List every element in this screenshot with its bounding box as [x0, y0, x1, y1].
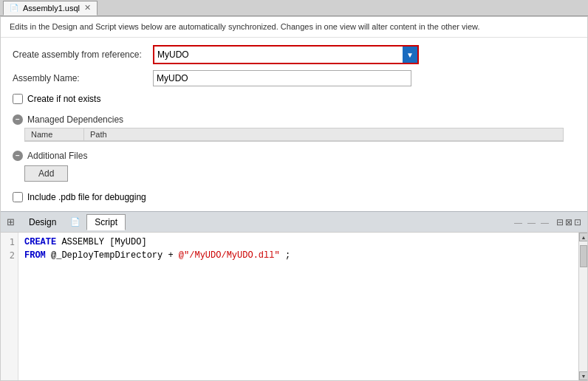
assembly-tab[interactable]: 📄 Assembly1.usql ✕ — [3, 1, 98, 16]
tab-bar: 📄 Assembly1.usql ✕ — [0, 0, 588, 16]
additional-files-section: − Additional Files Add — [13, 148, 575, 182]
add-button[interactable]: Add — [24, 165, 68, 182]
bottom-toolbar: ⊞ Design 📄 Script — — — ⊟ ⊠ ⊡ — [1, 211, 587, 232]
tab-label: Assembly1.usql — [23, 4, 80, 13]
managed-deps-header: − Managed Dependencies — [13, 114, 575, 125]
design-tab-label: Design — [29, 217, 56, 227]
deploy-var: @_DeployTempDirectory + — [51, 250, 179, 261]
additional-files-header: − Additional Files — [13, 151, 575, 161]
create-if-not-exists-checkbox[interactable] — [13, 94, 23, 104]
scroll-indicator: — — — — [514, 218, 550, 227]
keyword-assembly: ASSEMBLY — [61, 237, 109, 247]
toolbar-icons-group: ⊟ ⊠ ⊡ — [556, 217, 581, 227]
semicolon: ; — [285, 250, 290, 261]
assembly-ident: MyUDO — [114, 237, 141, 247]
toolbar-icon-1[interactable]: ⊟ — [556, 217, 564, 227]
scrollbar-track — [579, 241, 587, 371]
code-line-1: CREATE ASSEMBLY [MyUDO] — [24, 236, 572, 249]
table-header-row: Name Path — [25, 128, 563, 141]
toolbar-icon-2[interactable]: ⊠ — [565, 217, 572, 227]
include-pdb-label: Include .pdb file for debugging — [27, 192, 146, 202]
keyword-create: CREATE — [24, 237, 56, 247]
main-content: Edits in the Design and Script views bel… — [0, 16, 588, 381]
line-number-2: 2 — [1, 249, 18, 262]
managed-deps-section: − Managed Dependencies Name Path — [13, 111, 575, 142]
tab-file-icon: 📄 — [10, 4, 18, 12]
assembly-name-label: Assembly Name: — [13, 73, 146, 83]
create-assembly-label: Create assembly from reference: — [13, 49, 146, 60]
script-tab-label: Script — [95, 217, 117, 227]
create-if-not-exists-label: Create if not exists — [27, 94, 100, 104]
dropdown-arrow-button[interactable]: ▼ — [403, 47, 417, 63]
scrollbar-handle[interactable] — [580, 245, 587, 267]
tab-script[interactable]: Script — [86, 214, 126, 230]
keyword-from: FROM — [24, 250, 46, 261]
tab-script-icon: 📄 — [70, 217, 81, 227]
managed-deps-collapse-icon[interactable]: − — [13, 114, 23, 125]
col-name-header: Name — [25, 128, 84, 140]
design-icon: ⊞ — [7, 216, 15, 227]
assembly-name-row: Assembly Name: — [13, 70, 575, 86]
scrollbar-down-btn[interactable]: ▼ — [579, 371, 587, 380]
code-lines[interactable]: CREATE ASSEMBLY [MyUDO] FROM @_DeployTem… — [18, 233, 578, 380]
create-assembly-row: Create assembly from reference: ▼ — [13, 45, 575, 64]
toolbar-icon-3[interactable]: ⊡ — [574, 217, 581, 227]
create-assembly-input[interactable] — [154, 47, 403, 63]
dropdown-wrapper: ▼ — [153, 45, 419, 64]
managed-deps-label: Managed Dependencies — [27, 114, 123, 125]
tab-design[interactable]: Design — [21, 214, 64, 230]
line-numbers: 1 2 — [1, 233, 18, 380]
col-path-header: Path — [84, 128, 232, 140]
form-area: Create assembly from reference: ▼ Assemb… — [1, 38, 587, 211]
include-pdb-checkbox[interactable] — [13, 192, 23, 202]
create-if-not-exists-row: Create if not exists — [13, 92, 575, 106]
line-number-1: 1 — [1, 236, 18, 249]
managed-deps-table: Name Path — [24, 128, 564, 142]
path-string: @"/MyUDO/MyUDO.dll" — [179, 250, 280, 261]
additional-files-label: Additional Files — [27, 151, 87, 161]
code-line-2: FROM @_DeployTempDirectory + @"/MyUDO/My… — [24, 249, 572, 262]
scrollbar-up-btn[interactable]: ▲ — [579, 233, 587, 241]
bracket-close: ] — [141, 237, 146, 247]
assembly-name-input[interactable] — [153, 70, 411, 86]
tab-close-icon[interactable]: ✕ — [84, 3, 91, 13]
info-bar: Edits in the Design and Script views bel… — [1, 17, 587, 38]
include-pdb-row: Include .pdb file for debugging — [13, 190, 575, 204]
code-area: 1 2 CREATE ASSEMBLY [MyUDO] FROM @_Deplo… — [1, 232, 587, 380]
right-scrollbar[interactable]: ▲ ▼ — [578, 233, 587, 380]
additional-files-collapse-icon[interactable]: − — [13, 151, 23, 161]
